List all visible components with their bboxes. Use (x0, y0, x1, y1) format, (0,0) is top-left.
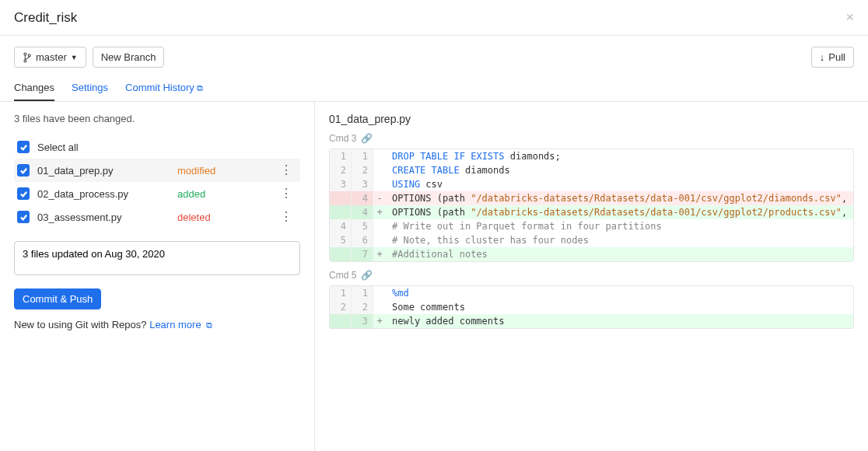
tab-commit-history[interactable]: Commit History⧉ (125, 75, 203, 101)
commit-message-input[interactable] (14, 241, 300, 275)
cmd-label-2: Cmd 5 🔗 (329, 270, 854, 281)
file-row[interactable]: 03_assessment.pydeleted⋮ (14, 205, 300, 229)
commit-push-button[interactable]: Commit & Push (14, 288, 101, 309)
file-status: deleted (177, 212, 275, 223)
link-icon[interactable]: 🔗 (361, 270, 373, 281)
changes-summary: 3 files have been changed. (14, 113, 300, 124)
svg-point-2 (28, 54, 30, 56)
cmd-label-1: Cmd 3 🔗 (329, 133, 854, 144)
checkbox-icon[interactable] (17, 141, 30, 153)
diff-line: 22CREATE TABLE diamonds (330, 163, 853, 177)
file-status: modified (177, 165, 275, 177)
svg-point-0 (24, 53, 26, 55)
checkbox-icon[interactable] (17, 187, 30, 200)
pull-button[interactable]: ↓ Pull (811, 47, 854, 68)
link-icon[interactable]: 🔗 (361, 133, 373, 144)
diff-line: 22Some comments (330, 300, 853, 314)
file-status: added (177, 188, 275, 200)
diff-line: 11%md (330, 286, 853, 300)
file-name: 03_assessment.py (37, 212, 177, 223)
external-link-icon: ⧉ (197, 83, 203, 93)
diff-line: 33USING csv (330, 177, 853, 191)
checkbox-icon[interactable] (17, 164, 30, 177)
diff-line: 7+#Additional notes (330, 247, 853, 261)
kebab-icon[interactable]: ⋮ (275, 211, 297, 223)
diff-filename: 01_data_prep.py (329, 113, 854, 125)
external-link-icon: ⧉ (206, 320, 212, 330)
branch-selector[interactable]: master ▼ (14, 47, 86, 68)
help-text: New to using Git with Repos? Learn more … (14, 319, 300, 330)
file-name: 02_data_process.py (37, 188, 177, 200)
branch-icon (23, 52, 32, 63)
down-arrow-icon: ↓ (820, 51, 825, 63)
file-row[interactable]: 02_data_process.pyadded⋮ (14, 182, 300, 205)
chevron-down-icon: ▼ (71, 54, 78, 61)
select-all-row[interactable]: Select all (14, 135, 300, 159)
kebab-icon[interactable]: ⋮ (275, 164, 297, 177)
close-icon[interactable]: × (845, 9, 854, 26)
checkbox-icon[interactable] (17, 211, 30, 223)
page-title: Credit_risk (14, 10, 77, 26)
tab-settings[interactable]: Settings (72, 75, 108, 101)
diff-line: 56# Note, this cluster has four nodes (330, 233, 853, 247)
diff-line: 4+OPTIONS (path "/databricks-datasets/Rd… (330, 205, 853, 219)
diff-block: 11%md22Some comments3+newly added commen… (329, 285, 854, 329)
kebab-icon[interactable]: ⋮ (275, 187, 297, 200)
diff-line: 4-OPTIONS (path "/databricks-datasets/Rd… (330, 191, 853, 205)
file-name: 01_data_prep.py (37, 165, 177, 177)
diff-line: 45# Write out in Parquet format in four … (330, 219, 853, 233)
select-all-label: Select all (37, 142, 79, 153)
diff-line: 11DROP TABLE IF EXISTS diamonds; (330, 149, 853, 163)
learn-more-link[interactable]: Learn more ⧉ (149, 319, 212, 330)
file-row[interactable]: 01_data_prep.pymodified⋮ (14, 159, 300, 182)
svg-point-1 (24, 59, 26, 61)
tab-changes[interactable]: Changes (14, 75, 54, 101)
new-branch-button[interactable]: New Branch (93, 47, 165, 68)
diff-block: 11DROP TABLE IF EXISTS diamonds;22CREATE… (329, 149, 854, 262)
branch-name: master (36, 51, 67, 63)
diff-line: 3+newly added comments (330, 314, 853, 328)
